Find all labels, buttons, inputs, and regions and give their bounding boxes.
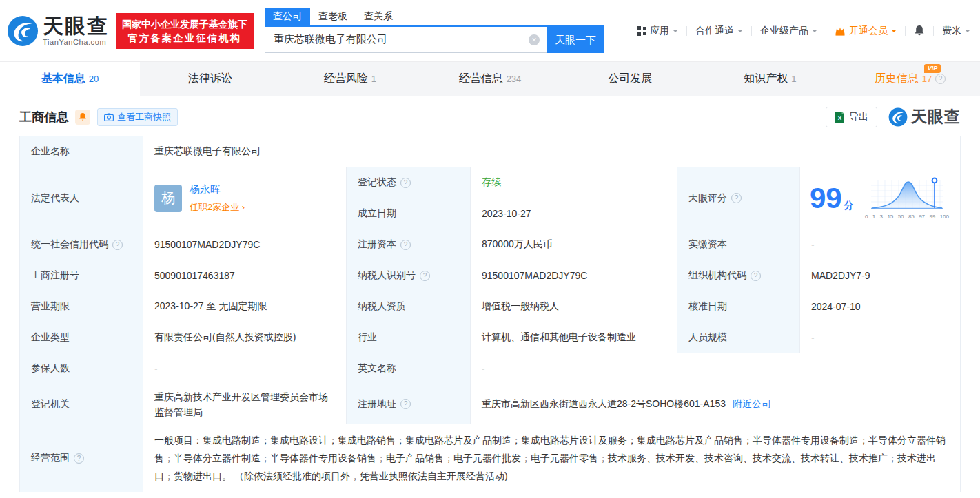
label-text: 纳税人识别号	[358, 269, 416, 282]
tab-intellectual-property[interactable]: 知识产权 1	[700, 62, 840, 96]
staff-size-label: 人员规模	[677, 322, 800, 353]
tab-company-development[interactable]: 公司发展	[560, 62, 700, 96]
tab-count: 1	[791, 74, 796, 84]
legal-rep-info: 杨永晖 任职2家企业	[190, 183, 245, 214]
taxpayer-qualification-label: 纳税人资质	[347, 291, 471, 322]
table-row: 登记机关 重庆高新技术产业开发区管理委员会市场监督管理局 注册地址 重庆市高新区…	[20, 384, 960, 424]
nearby-companies-link[interactable]: 附近公司	[733, 398, 771, 411]
help-icon[interactable]	[420, 271, 430, 281]
brand-domain: TianYanCha.com	[43, 38, 109, 46]
search-button[interactable]: 天眼一下	[547, 27, 604, 53]
legal-rep-name-link[interactable]: 杨永晖	[190, 183, 245, 196]
legal-rep-label: 法定代表人	[20, 167, 143, 229]
table-row: 统一社会信用代码 91500107MAD2DJY79C 注册资本 870000万…	[20, 229, 960, 260]
nav-partner[interactable]: 合作通道	[695, 25, 743, 37]
section-bar: 工商信息 查看工商快照 X 导出	[0, 96, 980, 136]
bell-icon	[914, 25, 925, 37]
tab-basic-info[interactable]: 基本信息 20	[0, 62, 140, 96]
watermark-logo: 天眼查	[888, 106, 961, 127]
watermark-brand: 天眼查	[911, 106, 961, 127]
export-button[interactable]: X 导出	[826, 107, 877, 127]
industry-value: 计算机、通信和其他电子设备制造业	[471, 322, 677, 353]
cert-line2: 官方备案企业征信机构	[122, 31, 247, 45]
score-number: 99 分	[810, 184, 854, 213]
axis-tick: 3	[880, 214, 883, 220]
help-icon[interactable]	[751, 271, 761, 281]
clear-icon[interactable]	[529, 34, 540, 45]
credit-code-value: 91500107MAD2DJY79C	[143, 229, 347, 260]
search-input[interactable]	[265, 27, 547, 53]
label-text: 统一社会信用代码	[31, 238, 108, 251]
tab-label: 经营信息	[459, 72, 503, 86]
apps-grid-icon	[637, 26, 646, 36]
bell-icon	[79, 112, 87, 121]
chevron-down-icon	[812, 30, 817, 35]
help-icon[interactable]	[74, 453, 84, 464]
tab-label: 法律诉讼	[188, 72, 232, 86]
certification-badge: 国家中小企业发展子基金旗下 官方备案企业征信机构	[116, 13, 254, 49]
tab-business-info[interactable]: 经营信息 234	[420, 62, 560, 96]
reg-status-value: 存续	[471, 167, 677, 198]
approval-date-value: 2024-07-10	[800, 291, 960, 322]
axis-tick: 97	[919, 214, 925, 220]
company-name-label: 企业名称	[20, 136, 143, 167]
table-row: 营业期限 2023-10-27 至 无固定期限 纳税人资质 增值税一般纳税人 核…	[20, 291, 960, 322]
approval-date-label: 核准日期	[677, 291, 800, 322]
tab-operating-risk[interactable]: 经营风险 1	[280, 62, 420, 96]
tab-legal-litigation[interactable]: 法律诉讼	[140, 62, 280, 96]
help-icon[interactable]	[400, 178, 411, 188]
search-tab-relation[interactable]: 查关系	[356, 8, 401, 25]
industry-label: 行业	[347, 322, 471, 353]
legal-rep-positions-link[interactable]: 任职2家企业	[190, 201, 245, 214]
help-icon[interactable]	[400, 240, 411, 250]
registered-capital-value: 870000万人民币	[471, 229, 677, 260]
cert-line1: 国家中小企业发展子基金旗下	[122, 17, 247, 31]
nav-notifications[interactable]	[914, 25, 925, 37]
snapshot-button[interactable]: 查看工商快照	[97, 108, 178, 126]
reg-address-cell: 重庆市高新区西永街道西永大道28-2号SOHO楼601-A153 附近公司	[471, 384, 960, 424]
nav-apps[interactable]: 应用	[637, 25, 678, 37]
tab-count: 17	[922, 74, 932, 84]
nav-user[interactable]: 费米	[942, 25, 970, 37]
tianyancha-logo-icon	[888, 107, 908, 127]
tab-history-info[interactable]: VIP 历史信息 17	[840, 62, 980, 96]
establish-date-label: 成立日期	[347, 198, 471, 229]
nav-partner-label: 合作通道	[695, 25, 734, 37]
paid-capital-label: 实缴资本	[677, 229, 800, 260]
taxpayer-id-label: 纳税人识别号	[347, 260, 471, 291]
help-icon[interactable]	[731, 193, 742, 203]
nav-enterprise[interactable]: 企业级产品	[760, 25, 817, 37]
business-term-value: 2023-10-27 至 无固定期限	[143, 291, 347, 322]
table-row: 经营范围 一般项目：集成电路制造；集成电路设计；集成电路销售；集成电路芯片及产品…	[20, 424, 960, 492]
credit-code-label: 统一社会信用代码	[20, 229, 143, 260]
score-cell: 99 分	[800, 167, 960, 229]
status-date-subtable: 登记状态 存续 成立日期 2023-10-27	[347, 167, 677, 229]
avatar[interactable]: 杨	[154, 185, 182, 212]
nav-vip[interactable]: 开通会员	[835, 25, 897, 37]
search-tab-boss[interactable]: 查老板	[310, 8, 356, 25]
tianyancha-logo-icon	[7, 15, 39, 47]
chevron-down-icon	[965, 30, 970, 35]
insured-count-value: -	[143, 353, 347, 384]
search-box: 天眼一下	[265, 27, 604, 53]
site-logo[interactable]: 天眼查 TianYanCha.com	[7, 15, 109, 47]
score-distribution-chart: 0 1 3 15 50 85 97 99 100	[865, 177, 949, 220]
divider	[933, 26, 934, 36]
page: 天眼查 TianYanCha.com 国家中小企业发展子基金旗下 官方备案企业征…	[0, 0, 980, 498]
help-icon[interactable]	[112, 240, 123, 250]
tab-count: 1	[371, 74, 376, 84]
score-label: 天眼评分	[677, 167, 800, 229]
monitor-bell-button[interactable]	[75, 110, 90, 125]
nav-apps-label: 应用	[650, 25, 669, 37]
axis-tick: 85	[908, 214, 915, 220]
excel-icon: X	[835, 112, 845, 123]
help-icon[interactable]	[935, 74, 946, 84]
chevron-down-icon	[891, 30, 897, 35]
company-type-value: 有限责任公司(自然人投资或控股)	[143, 322, 347, 353]
divider	[751, 26, 752, 36]
search-tab-company[interactable]: 查公司	[265, 8, 310, 25]
nav-vip-label: 开通会员	[849, 25, 888, 37]
crown-icon	[835, 26, 846, 36]
english-name-label: 英文名称	[347, 353, 471, 384]
help-icon[interactable]	[400, 399, 411, 409]
